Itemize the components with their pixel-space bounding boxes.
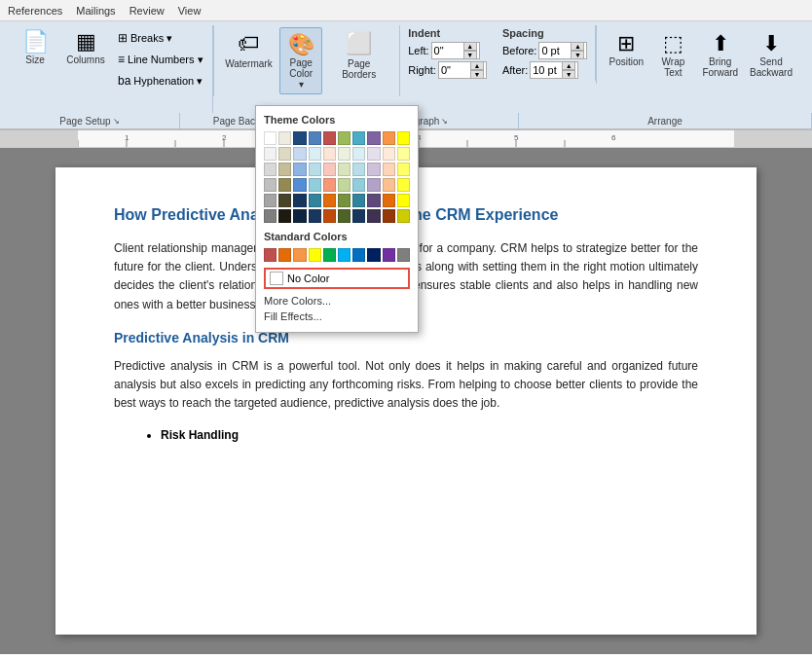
menu-mailings[interactable]: Mailings [76,5,115,17]
theme-color-swatch[interactable] [397,209,410,223]
theme-color-swatch[interactable] [367,209,380,223]
theme-color-swatch[interactable] [323,178,336,192]
indent-right-field[interactable]: 0" ▲ ▼ [438,61,487,79]
theme-color-swatch[interactable] [367,131,380,145]
theme-color-swatch[interactable] [264,131,277,145]
theme-color-swatch[interactable] [323,131,336,145]
theme-color-swatch[interactable] [323,147,336,161]
theme-color-swatch[interactable] [367,194,380,207]
standard-color-swatch[interactable] [367,248,380,262]
theme-color-swatch[interactable] [397,178,410,192]
theme-color-swatch[interactable] [278,163,291,176]
standard-color-swatch[interactable] [309,248,321,262]
theme-color-swatch[interactable] [397,194,410,207]
theme-color-swatch[interactable] [397,147,410,161]
standard-color-swatch[interactable] [383,248,395,262]
theme-color-swatch[interactable] [383,194,395,207]
breaks-button[interactable]: ⊞ Breaks ▾ [115,27,206,49]
more-colors-link[interactable]: More Colors... [264,293,410,309]
menu-view[interactable]: View [178,5,202,17]
indent-left-up[interactable]: ▲ [463,42,477,51]
indent-left-down[interactable]: ▼ [463,51,477,59]
theme-color-swatch[interactable] [383,209,395,223]
theme-color-swatch[interactable] [352,147,365,161]
position-button[interactable]: ⊞ Position [605,27,647,71]
theme-color-swatch[interactable] [338,147,351,161]
wrap-text-button[interactable]: ⬚ WrapText [651,27,694,82]
indent-left-field[interactable]: 0" ▲ ▼ [431,42,480,59]
standard-color-swatch[interactable] [264,248,277,262]
theme-color-swatch[interactable] [309,163,321,176]
theme-color-swatch[interactable] [338,163,351,176]
spacing-before-up[interactable]: ▲ [571,42,584,51]
theme-color-swatch[interactable] [293,194,306,207]
theme-color-swatch[interactable] [309,131,321,145]
theme-color-swatch[interactable] [352,131,365,145]
bring-forward-button[interactable]: ⬆ BringForward [698,27,742,82]
theme-color-swatch[interactable] [367,178,380,192]
theme-color-swatch[interactable] [323,163,336,176]
send-backward-button[interactable]: ⬇ SendBackward [746,27,796,82]
document-paragraph-2[interactable]: Predictive analysis in CRM is a powerful… [114,357,698,414]
theme-color-swatch[interactable] [309,147,321,161]
spacing-after-up[interactable]: ▲ [562,61,575,70]
page-setup-expand-icon[interactable]: ↘ [113,117,120,126]
theme-color-swatch[interactable] [397,163,410,176]
theme-color-swatch[interactable] [338,131,351,145]
theme-color-swatch[interactable] [338,209,351,223]
theme-color-swatch[interactable] [338,178,351,192]
theme-color-swatch[interactable] [383,163,395,176]
theme-color-swatch[interactable] [352,178,365,192]
theme-color-swatch[interactable] [352,209,365,223]
theme-color-swatch[interactable] [367,147,380,161]
arrange-group-label[interactable]: Arrange [519,113,812,128]
no-color-button[interactable]: No Color [264,268,410,289]
theme-color-swatch[interactable] [278,147,291,161]
theme-color-swatch[interactable] [309,209,321,223]
theme-color-swatch[interactable] [264,209,277,223]
standard-color-swatch[interactable] [338,248,351,262]
theme-color-swatch[interactable] [278,178,291,192]
theme-color-swatch[interactable] [293,178,306,192]
theme-color-swatch[interactable] [367,163,380,176]
theme-color-swatch[interactable] [397,131,410,145]
menu-references[interactable]: References [8,5,62,17]
theme-color-swatch[interactable] [352,163,365,176]
spacing-after-field[interactable]: 10 pt ▲ ▼ [530,61,578,79]
theme-color-swatch[interactable] [278,194,291,207]
theme-color-swatch[interactable] [383,147,395,161]
theme-color-swatch[interactable] [293,163,306,176]
page-setup-group-label[interactable]: Page Setup ↘ [0,113,180,128]
standard-color-swatch[interactable] [323,248,336,262]
fill-effects-link[interactable]: Fill Effects... [264,309,410,324]
theme-color-swatch[interactable] [264,194,277,207]
theme-color-swatch[interactable] [278,131,291,145]
theme-color-swatch[interactable] [293,131,306,145]
theme-color-swatch[interactable] [309,178,321,192]
theme-color-swatch[interactable] [383,131,395,145]
page-color-button[interactable]: 🎨 PageColor ▾ [279,27,322,94]
theme-color-swatch[interactable] [293,147,306,161]
columns-button[interactable]: ▦ Columns [64,27,107,69]
standard-color-swatch[interactable] [278,248,291,262]
hyphenation-button[interactable]: ba Hyphenation ▾ [115,70,206,91]
theme-color-swatch[interactable] [264,163,277,176]
standard-color-swatch[interactable] [352,248,365,262]
page-borders-button[interactable]: ⬜ Page Borders [326,27,391,84]
theme-color-swatch[interactable] [383,178,395,192]
size-button[interactable]: 📄 Size [14,27,56,69]
theme-color-swatch[interactable] [264,178,277,192]
theme-color-swatch[interactable] [278,209,291,223]
theme-color-swatch[interactable] [323,209,336,223]
spacing-before-field[interactable]: 0 pt ▲ ▼ [538,42,587,59]
watermark-button[interactable]: 🏷 Watermark [222,27,277,73]
theme-color-swatch[interactable] [309,194,321,207]
standard-color-swatch[interactable] [293,248,306,262]
indent-right-down[interactable]: ▼ [470,70,484,79]
spacing-before-down[interactable]: ▼ [571,51,584,59]
paragraph-expand-icon[interactable]: ↘ [441,117,448,126]
menu-review[interactable]: Review [129,5,165,17]
theme-color-swatch[interactable] [264,147,277,161]
theme-color-swatch[interactable] [323,194,336,207]
line-numbers-button[interactable]: ≡ Line Numbers ▾ [115,49,206,70]
